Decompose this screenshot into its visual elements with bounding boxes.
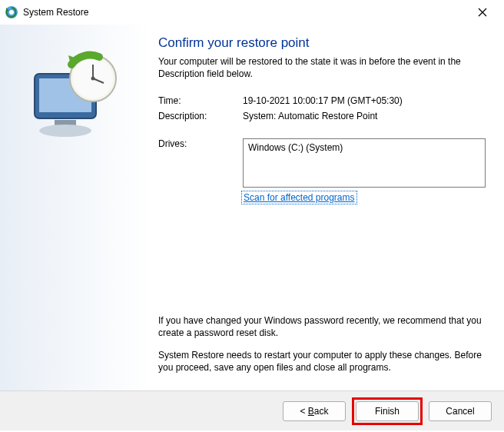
time-label: Time: (158, 95, 243, 106)
page-heading: Confirm your restore point (158, 35, 486, 51)
drives-row: Drives: Windows (C:) (System) (158, 138, 486, 188)
scan-affected-programs-link[interactable]: Scan for affected programs (243, 192, 356, 203)
time-row: Time: 19-10-2021 10:00:17 PM (GMT+05:30) (158, 95, 486, 106)
finish-highlight: Finish (352, 397, 423, 425)
scan-link-row: Scan for affected programs (158, 192, 486, 203)
restart-note: System Restore needs to restart your com… (158, 349, 486, 374)
close-button[interactable] (466, 2, 499, 23)
svg-point-5 (39, 125, 91, 137)
client-area: Confirm your restore point Your computer… (0, 25, 504, 390)
finish-button[interactable]: Finish (356, 401, 419, 421)
password-note: If you have changed your Windows passwor… (158, 314, 486, 339)
window-title: System Restore (23, 7, 466, 18)
cancel-button[interactable]: Cancel (429, 401, 492, 421)
titlebar: System Restore (0, 0, 504, 25)
footer-bar: < Back Finish Cancel (0, 390, 504, 430)
description-row: Description: System: Automatic Restore P… (158, 111, 486, 121)
time-value: 19-10-2021 10:00:17 PM (GMT+05:30) (243, 95, 486, 106)
system-restore-icon (5, 5, 18, 19)
intro-text: Your computer will be restored to the st… (158, 55, 486, 80)
drive-item: Windows (C:) (System) (248, 142, 480, 153)
drives-listbox[interactable]: Windows (C:) (System) (243, 138, 486, 188)
drives-label: Drives: (158, 138, 243, 188)
description-label: Description: (158, 111, 243, 121)
svg-point-1 (9, 10, 14, 15)
back-button[interactable]: < Back (283, 401, 346, 421)
svg-point-10 (91, 77, 95, 81)
description-value: System: Automatic Restore Point (243, 111, 486, 121)
side-panel (0, 25, 151, 390)
content-area: Confirm your restore point Your computer… (151, 25, 504, 390)
restore-monitor-icon (25, 46, 125, 146)
